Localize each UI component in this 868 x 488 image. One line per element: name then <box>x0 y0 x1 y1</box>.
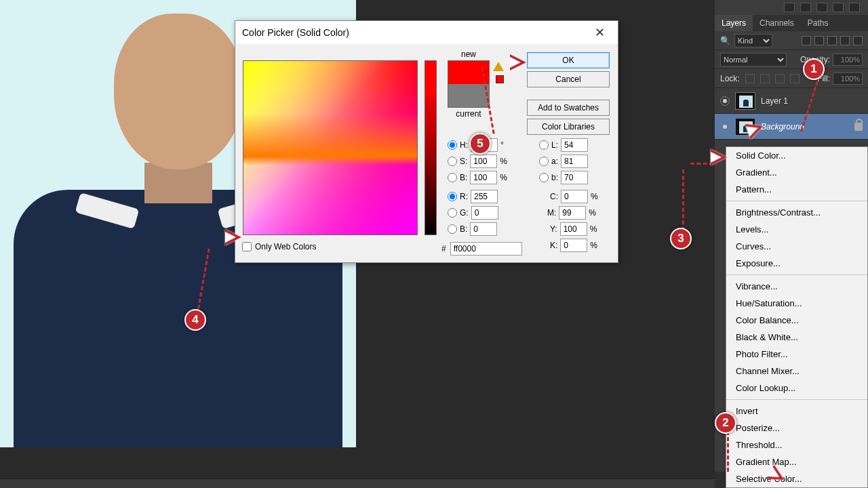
panel-icon[interactable] <box>800 3 811 12</box>
menu-item[interactable]: Posterize... <box>726 420 867 436</box>
horizontal-scrollbar[interactable] <box>0 479 715 488</box>
filter-pixel-icon[interactable] <box>802 36 811 45</box>
lock-icon[interactable] <box>854 123 863 131</box>
rgb-r-input[interactable] <box>471 190 498 203</box>
filter-type-icon[interactable] <box>827 36 837 45</box>
lab-l-radio[interactable] <box>539 140 549 150</box>
cmyk-m-input[interactable] <box>559 206 586 220</box>
menu-item[interactable]: Levels... <box>726 221 867 238</box>
menu-item[interactable]: Gradient Map... <box>726 453 867 470</box>
only-web-colors-input[interactable] <box>242 242 252 251</box>
only-web-colors-label: Only Web Colors <box>255 242 316 251</box>
menu-item[interactable]: Color Lookup... <box>726 380 867 396</box>
new-color-label: new <box>448 49 490 59</box>
lock-transparency-icon[interactable] <box>745 74 755 83</box>
tab-channels[interactable]: Channels <box>753 15 801 31</box>
panel-icon[interactable] <box>849 3 860 12</box>
menu-item[interactable]: Photo Filter... <box>726 346 867 363</box>
opacity-input[interactable] <box>833 54 863 66</box>
tab-paths[interactable]: Paths <box>801 15 835 31</box>
gamut-warning-icon[interactable] <box>493 62 504 71</box>
ok-button[interactable]: OK <box>527 52 610 68</box>
menu-item[interactable]: Curves... <box>726 238 867 255</box>
panel-icon[interactable] <box>833 3 844 12</box>
current-color-swatch[interactable] <box>448 84 489 107</box>
layer-filter-kind[interactable]: Kind <box>734 34 772 47</box>
annotation-dash <box>682 169 684 237</box>
hex-input[interactable] <box>450 242 522 256</box>
only-web-colors-checkbox[interactable]: Only Web Colors <box>242 242 316 251</box>
lock-position-icon[interactable] <box>775 74 785 83</box>
menu-item[interactable]: Exposure... <box>726 255 867 272</box>
menu-item[interactable]: Hue/Saturation... <box>726 295 867 312</box>
hue-radio[interactable] <box>448 140 457 150</box>
cmyk-y-label: Y: <box>550 224 557 234</box>
panel-icon[interactable] <box>816 3 827 12</box>
lab-a-input[interactable] <box>561 155 588 168</box>
rgb-g-input[interactable] <box>471 206 498 220</box>
lab-l-input[interactable] <box>561 138 588 152</box>
rgb-b-radio[interactable] <box>448 224 457 234</box>
lock-pixels-icon[interactable] <box>760 74 770 83</box>
search-icon[interactable]: 🔍 <box>720 36 730 45</box>
layer-thumbnail[interactable] <box>735 92 755 110</box>
cmyk-c-unit: % <box>591 192 600 201</box>
panel-icon[interactable] <box>784 3 795 12</box>
visibility-eye-icon[interactable] <box>720 122 730 131</box>
filter-shape-icon[interactable] <box>840 36 850 45</box>
lab-l-label: L: <box>551 140 558 150</box>
cmyk-y-input[interactable] <box>560 222 587 236</box>
menu-item[interactable]: Gradient... <box>726 164 867 181</box>
color-field[interactable] <box>243 60 418 235</box>
rgb-g-label: G: <box>460 208 469 218</box>
brightness-radio[interactable] <box>448 173 457 182</box>
menu-item[interactable]: Channel Mixer... <box>726 363 867 380</box>
brightness-input[interactable] <box>470 171 497 184</box>
lab-b-radio[interactable] <box>539 173 549 182</box>
filter-smart-icon[interactable] <box>853 36 863 45</box>
color-swatch-preview[interactable] <box>448 60 490 108</box>
tab-layers[interactable]: Layers <box>715 15 753 31</box>
cmyk-m-label: M: <box>547 208 556 218</box>
color-libraries-button[interactable]: Color Libraries <box>527 119 610 135</box>
menu-item[interactable]: Selective Color... <box>726 470 867 487</box>
adjustment-layer-menu[interactable]: Solid Color...Gradient...Pattern...Brigh… <box>726 146 868 488</box>
gamut-warning-swatch[interactable] <box>496 75 504 83</box>
current-color-label: current <box>448 109 490 119</box>
menu-item[interactable]: Brightness/Contrast... <box>726 204 867 221</box>
menu-item[interactable]: Invert <box>726 403 867 420</box>
menu-item[interactable]: Black & White... <box>726 329 867 346</box>
close-icon[interactable]: ✕ <box>588 21 611 44</box>
menu-item[interactable]: Solid Color... <box>726 147 867 164</box>
rgb-b-input[interactable] <box>470 222 497 236</box>
lock-all-icon[interactable] <box>790 74 800 83</box>
layer-row[interactable]: Layer 1 <box>715 88 868 114</box>
lab-a-radio[interactable] <box>539 157 549 166</box>
menu-separator <box>726 274 867 275</box>
visibility-eye-icon[interactable] <box>720 96 730 106</box>
cancel-button[interactable]: Cancel <box>527 71 610 87</box>
brightness-unit: % <box>500 173 509 182</box>
layer-name[interactable]: Background <box>761 122 804 131</box>
saturation-radio[interactable] <box>448 157 457 166</box>
cmyk-c-input[interactable] <box>561 190 588 203</box>
menu-item[interactable]: Threshold... <box>726 436 867 453</box>
fill-input[interactable] <box>833 73 863 85</box>
saturation-input[interactable] <box>470 155 497 168</box>
lab-b-input[interactable] <box>561 171 588 184</box>
menu-item[interactable]: Color Balance... <box>726 312 867 329</box>
rgb-r-radio[interactable] <box>448 192 457 201</box>
blend-mode-select[interactable]: Normal <box>720 53 787 66</box>
layer-row[interactable]: Background <box>715 114 868 140</box>
dialog-title: Color Picker (Solid Color) <box>242 21 349 44</box>
panel-option-icons <box>715 0 868 15</box>
add-to-swatches-button[interactable]: Add to Swatches <box>527 100 610 116</box>
dialog-titlebar[interactable]: Color Picker (Solid Color) ✕ <box>235 21 618 44</box>
filter-adjust-icon[interactable] <box>814 36 824 45</box>
menu-item[interactable]: Vibrance... <box>726 278 867 295</box>
layer-name[interactable]: Layer 1 <box>761 96 788 106</box>
hue-slider[interactable] <box>425 60 437 235</box>
menu-item[interactable]: Pattern... <box>726 181 867 198</box>
rgb-g-radio[interactable] <box>448 208 457 218</box>
cmyk-k-input[interactable] <box>560 239 587 252</box>
